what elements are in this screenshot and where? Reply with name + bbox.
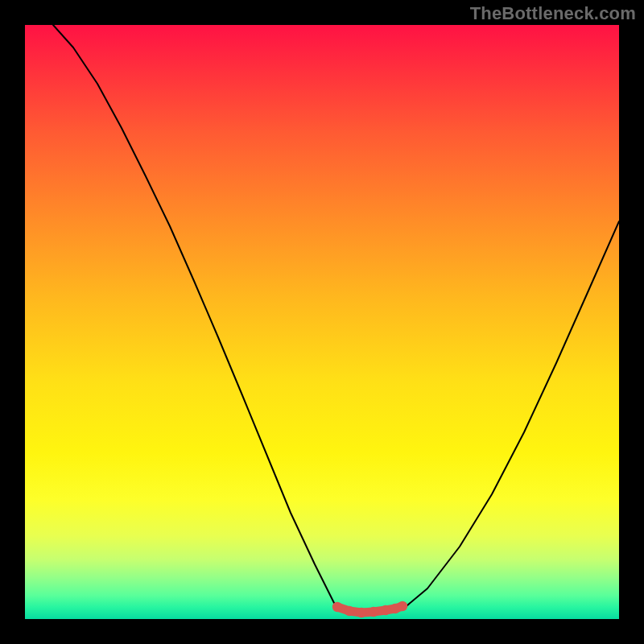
min-marker xyxy=(345,606,354,616)
min-marker xyxy=(332,602,342,612)
curve-left-curve xyxy=(53,25,337,609)
min-marker xyxy=(381,605,390,615)
min-marker xyxy=(357,608,366,617)
chart-svg xyxy=(25,25,619,619)
curve-right-curve xyxy=(402,221,619,609)
chart-plot-area xyxy=(25,25,619,619)
watermark-text: TheBottleneck.com xyxy=(470,3,636,24)
min-marker xyxy=(398,601,407,611)
min-marker xyxy=(369,607,378,617)
